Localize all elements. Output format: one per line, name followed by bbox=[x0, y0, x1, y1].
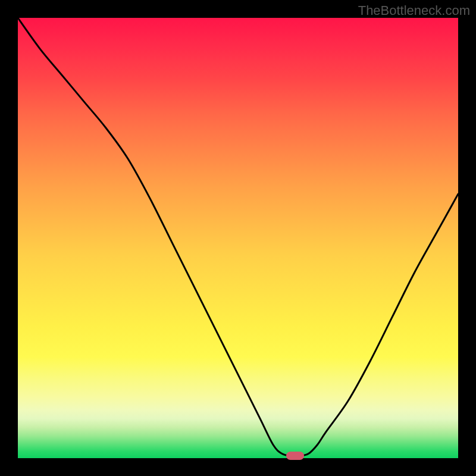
plot-area bbox=[18, 18, 458, 458]
chart-container: TheBottleneck.com bbox=[0, 0, 476, 476]
optimal-marker bbox=[286, 452, 304, 460]
bottleneck-curve bbox=[18, 18, 458, 456]
curve-svg bbox=[18, 18, 458, 458]
watermark-text: TheBottleneck.com bbox=[358, 3, 470, 18]
